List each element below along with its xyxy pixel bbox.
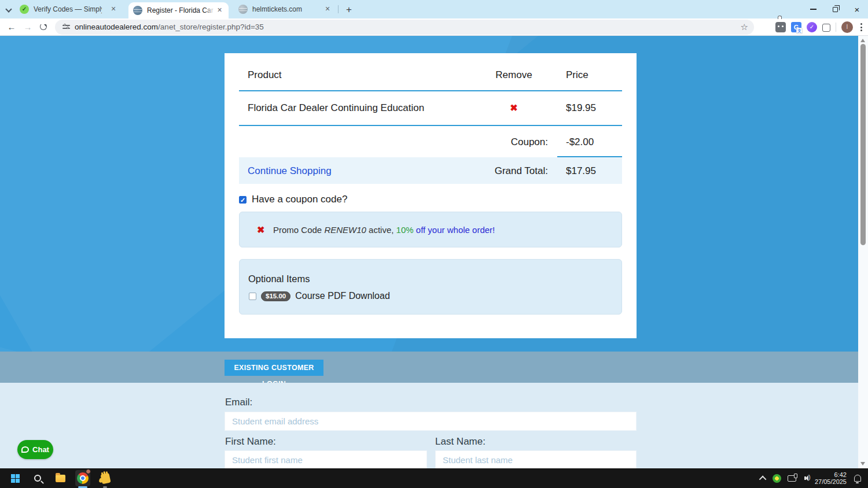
existing-customer-login-button[interactable]: EXISTING CUSTOMER LOGIN (225, 360, 323, 376)
extensions-area: G ✓ I (775, 19, 865, 36)
back-button[interactable]: ← (5, 20, 19, 34)
forward-icon: → (24, 22, 32, 32)
start-button[interactable] (8, 470, 23, 486)
product-price: $19.95 (566, 102, 596, 114)
desktop-screen: ✓ Verify Codes — SimplyCodes × Register … (0, 0, 868, 488)
coupon-checkbox-label: Have a coupon code? (252, 194, 347, 205)
tray-app-icon[interactable] (773, 474, 781, 483)
simplycodes-favicon-icon: ✓ (20, 5, 29, 14)
price-column-divider (557, 156, 622, 157)
notification-bell-icon[interactable] (854, 475, 861, 482)
promo-panel: ✖ Promo Code RENEW10 active, 10% off you… (239, 212, 622, 247)
first-name-label: First Name: (225, 436, 276, 448)
promo-mid: active, (366, 225, 396, 235)
url-domain: onlineautodealered.com (75, 23, 158, 31)
reload-icon (40, 23, 47, 30)
promo-code: RENEW10 (324, 225, 366, 235)
grand-total-amount: $17.95 (566, 165, 596, 177)
simplycodes-extension-icon[interactable]: ✓ (807, 22, 817, 32)
optional-items-heading: Optional Items (248, 273, 310, 284)
coupon-row-label: Coupon: (427, 136, 548, 148)
remove-promo-button[interactable]: ✖ (257, 224, 264, 235)
hand-icon (100, 472, 111, 484)
browser-menu-icon[interactable] (858, 23, 865, 31)
scroll-up-icon[interactable] (860, 39, 865, 42)
col-header-price: Price (566, 69, 589, 81)
coupon-checkbox-row: ✓ Have a coupon code? (239, 194, 347, 205)
chat-button-label: Chat (32, 445, 49, 454)
browser-tab-strip: ✓ Verify Codes — SimplyCodes × Register … (0, 0, 868, 19)
notification-badge (86, 469, 91, 474)
page-scrollbar[interactable] (858, 36, 868, 468)
restore-button[interactable] (824, 0, 846, 19)
continue-shopping-link[interactable]: Continue Shopping (248, 165, 332, 177)
taskbar-apps (0, 470, 113, 486)
new-tab-button[interactable]: + (343, 3, 355, 16)
bookmark-star-icon[interactable]: ☆ (741, 22, 748, 32)
tab-close-icon[interactable]: × (323, 5, 332, 14)
toolbar-separator (836, 23, 836, 32)
tab-search-button[interactable] (5, 5, 14, 13)
folder-icon (56, 475, 65, 482)
clock[interactable]: 6:42 27/05/2025 (815, 471, 847, 486)
url-path: /anet_store/register.php?id=35 (158, 23, 264, 31)
remove-item-button[interactable]: ✖ (479, 102, 549, 113)
email-field[interactable] (225, 412, 637, 431)
minimize-button[interactable] (802, 0, 824, 19)
site-settings-icon[interactable] (62, 24, 70, 30)
promo-percent: 10% (396, 225, 414, 235)
optional-item-checkbox[interactable] (249, 293, 256, 300)
table-divider (239, 90, 622, 91)
scrollbar-thumb[interactable] (860, 44, 866, 245)
first-name-field[interactable] (225, 450, 427, 468)
coupon-amount: -$2.00 (566, 136, 594, 148)
chat-bubble-icon (21, 446, 29, 453)
last-name-field[interactable] (435, 450, 637, 468)
hand-tool-taskbar-button[interactable] (98, 470, 113, 486)
restore-icon (833, 7, 838, 12)
tab-separator (338, 5, 339, 13)
address-bar[interactable]: onlineautodealered.com/anet_store/regist… (55, 20, 754, 35)
window-controls: × (802, 0, 868, 19)
promo-suffix: off your whole order! (414, 225, 495, 235)
translate-extension-icon[interactable]: G (791, 22, 801, 32)
profile-avatar[interactable]: I (841, 21, 853, 33)
remove-x-icon: ✖ (510, 103, 517, 113)
tab-close-icon[interactable]: × (109, 5, 118, 14)
forward-button[interactable]: → (21, 20, 35, 34)
optional-items-panel: Optional Items $15.00 Course PDF Downloa… (239, 259, 622, 315)
close-button[interactable]: × (846, 0, 868, 19)
tab-register-active[interactable]: Register - Florida Car Dealer Co × (128, 2, 229, 19)
scroll-down-icon[interactable] (860, 462, 865, 465)
table-divider (239, 125, 622, 126)
tab-close-icon[interactable]: × (215, 6, 224, 15)
tray-chevron-up-icon[interactable] (759, 475, 767, 483)
robot-extension-icon[interactable] (775, 22, 786, 32)
taskbar-search-button[interactable] (30, 470, 45, 486)
globe-favicon-icon (133, 6, 142, 15)
tab-helmtickets[interactable]: helmtickets.com × (234, 0, 337, 19)
page-content: Product Remove Price Florida Car Dealer … (0, 36, 868, 468)
network-display-icon[interactable] (788, 475, 796, 482)
tab-title: helmtickets.com (252, 5, 302, 13)
product-name: Florida Car Dealer Continuing Education (248, 102, 424, 114)
col-header-product: Product (248, 69, 282, 81)
file-explorer-button[interactable] (53, 470, 68, 486)
volume-icon[interactable] (803, 475, 808, 481)
optional-item-label: Course PDF Download (295, 291, 390, 301)
reload-button[interactable] (37, 20, 51, 34)
optional-item-row: $15.00 Course PDF Download (249, 291, 390, 301)
coupon-checkbox[interactable]: ✓ (239, 196, 247, 204)
tab-simplycodes[interactable]: ✓ Verify Codes — SimplyCodes × (15, 0, 123, 19)
taskbar: 6:42 27/05/2025 (0, 468, 868, 488)
url-text: onlineautodealered.com/anet_store/regist… (75, 23, 264, 31)
chat-button[interactable]: Chat (17, 440, 53, 459)
optional-item-price-badge: $15.00 (261, 291, 290, 301)
registration-form: Email: First Name: Last Name: (0, 383, 868, 468)
existing-customer-band: EXISTING CUSTOMER LOGIN (0, 352, 868, 383)
tab-title-fade (204, 6, 215, 17)
tray-date: 27/05/2025 (815, 478, 847, 486)
promo-message: Promo Code RENEW10 active, 10% off your … (273, 225, 495, 235)
extensions-puzzle-icon[interactable] (822, 24, 830, 32)
chrome-taskbar-button[interactable] (75, 470, 90, 486)
